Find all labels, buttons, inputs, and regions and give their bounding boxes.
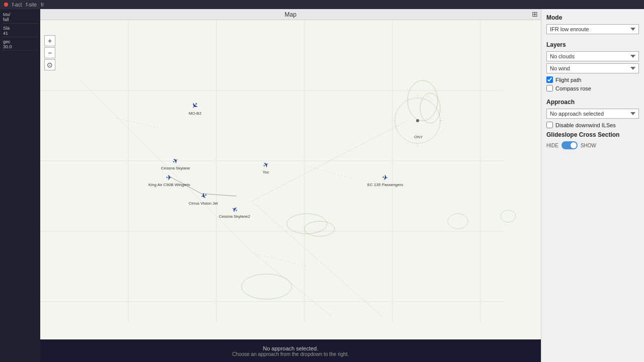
map-title: Map ⊞ — [40, 9, 541, 20]
svg-line-17 — [252, 251, 332, 317]
aircraft-yoc[interactable]: ✈ Yoc — [263, 161, 269, 174]
mode-select[interactable]: IFR low enroute — [546, 24, 639, 34]
aircraft-label-mo-b2: MO-B2 — [189, 111, 201, 116]
glideslope-toggle[interactable] — [561, 141, 578, 149]
compass-rose-checkbox[interactable] — [546, 85, 553, 92]
layers-section: Layers No clouds No wind Flight path Com… — [546, 41, 639, 92]
aircraft-mo-b2[interactable]: ✈ MO-B2 — [189, 101, 201, 116]
zoom-reset-button[interactable]: ⊙ — [44, 59, 55, 70]
aircraft-cessna1[interactable]: ✈ Cessna Skylane — [161, 157, 190, 170]
svg-point-13 — [420, 93, 440, 123]
status-line1: No approach selected. — [263, 345, 318, 351]
svg-line-21 — [307, 166, 352, 178]
right-panel: Mode IFR low enroute Layers No clouds No… — [541, 9, 644, 362]
wind-select[interactable]: No wind — [546, 63, 639, 73]
sidebar-item-2: Sla41 — [2, 25, 38, 37]
svg-point-15 — [501, 210, 516, 222]
aircraft-cirrus[interactable]: ✈ Cirrus Vision Jet — [189, 191, 218, 206]
clouds-select[interactable]: No clouds — [546, 51, 639, 61]
flight-path-checkbox[interactable] — [546, 76, 553, 83]
flight-path-label[interactable]: Flight path — [555, 77, 581, 83]
svg-point-9 — [287, 214, 327, 234]
sidebar-item-1: Mx/fall — [2, 11, 38, 24]
topbar-item-3: fr — [41, 2, 44, 8]
aircraft-label-cirrus: Cirrus Vision Jet — [189, 201, 218, 206]
zoom-in-button[interactable]: + — [44, 35, 55, 46]
expand-button[interactable]: ⊞ — [532, 10, 538, 18]
map-svg: line { stroke: #ccc; stroke-width: 0.5; … — [40, 20, 541, 362]
compass-rose-row: Compass rose — [546, 85, 639, 92]
map-content[interactable]: line { stroke: #ccc; stroke-width: 0.5; … — [40, 20, 541, 362]
vor-label: ONY — [414, 135, 423, 139]
svg-line-30 — [428, 96, 433, 101]
left-sidebar: Mx/fall Sla41 gec30.0 — [0, 9, 40, 362]
sidebar-item-3: gec30.0 — [2, 38, 38, 51]
mode-section: Mode IFR low enroute — [546, 14, 639, 34]
approach-select[interactable]: No approach selected — [546, 109, 639, 119]
aircraft-cessna2[interactable]: ✈ Cessna Skylane2 — [219, 205, 250, 219]
flight-path-row: Flight path — [546, 76, 639, 83]
aircraft-label-cessna1: Cessna Skylane — [161, 166, 190, 170]
red-dot — [4, 3, 8, 7]
top-bar: f-act f-site fr — [0, 0, 644, 9]
mode-title: Mode — [546, 14, 639, 21]
status-line2: Choose an approach from the dropdown to … — [232, 351, 349, 357]
disable-ils-checkbox[interactable] — [546, 122, 553, 128]
toggle-row: HIDE SHOW — [546, 141, 639, 149]
topbar-item-2: f-site — [26, 2, 37, 8]
svg-point-14 — [448, 214, 468, 229]
layers-title: Layers — [546, 41, 639, 48]
approach-section: Approach No approach selected Disable do… — [546, 99, 639, 149]
approach-title: Approach — [546, 99, 639, 106]
aircraft-label-yoc: Yoc — [263, 170, 269, 174]
svg-line-20 — [116, 118, 161, 128]
hide-label: HIDE — [546, 143, 558, 148]
disable-ils-row: Disable downwind ILSes — [546, 122, 639, 128]
svg-point-24 — [416, 119, 419, 122]
aircraft-kingair[interactable]: ✈ King Air C90B Winglets — [148, 173, 190, 187]
aircraft-label-ec135: EC 135 Passengers — [367, 183, 403, 187]
aircraft-ec135[interactable]: ✈ EC 135 Passengers — [367, 173, 403, 187]
glideslope-title: Glideslope Cross Section — [546, 131, 639, 138]
bottom-status-bar: No approach selected. Choose an approach… — [40, 339, 541, 362]
svg-point-10 — [304, 221, 335, 236]
aircraft-label-kingair: King Air C90B Winglets — [148, 183, 190, 187]
show-label: SHOW — [581, 143, 596, 148]
svg-line-22 — [257, 254, 307, 266]
svg-line-19 — [252, 201, 382, 317]
aircraft-label-cessna2: Cessna Skylane2 — [219, 214, 250, 219]
disable-ils-label[interactable]: Disable downwind ILSes — [555, 122, 616, 128]
zoom-controls: + − ⊙ — [44, 35, 55, 70]
zoom-out-button[interactable]: − — [44, 47, 55, 58]
topbar-item-1: f-act — [12, 2, 22, 8]
map-container: Map ⊞ line { stroke: #ccc; stroke-width:… — [40, 9, 541, 362]
compass-rose-label[interactable]: Compass rose — [555, 85, 591, 92]
